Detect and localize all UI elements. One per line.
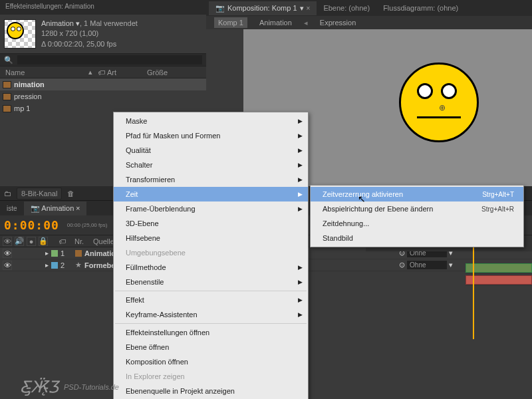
crumb-expression[interactable]: Expression: [316, 17, 360, 28]
playhead[interactable]: [473, 234, 474, 339]
solo-icon[interactable]: ●: [27, 237, 36, 246]
bit-depth[interactable]: 8-Bit-Kanal: [17, 188, 62, 200]
col-size: Größe: [147, 68, 168, 76]
ctx-umgebungsebene: Umgebungsebene: [114, 245, 308, 260]
timecode[interactable]: 0:00:00: [4, 218, 59, 232]
audio-icon[interactable]: 🔊: [15, 237, 24, 246]
ctx-transformieren[interactable]: Transformieren▶: [114, 172, 308, 187]
ctx-effekt[interactable]: Effekt▶: [114, 293, 308, 307]
breadcrumb: Komp 1 Animation ◂ Expression: [206, 16, 532, 29]
asset-name: Animation ▾: [41, 19, 80, 27]
smiley-eye-left: [417, 83, 433, 99]
ctx-fuellmethode[interactable]: Füllmethode▶: [114, 260, 308, 275]
sub-standbild[interactable]: Standbild: [311, 231, 523, 245]
col-type: Art: [107, 68, 147, 76]
ctx-explorer: In Explorer zeigen: [114, 369, 308, 384]
butterfly-icon: Ƹ̵̡Ӝ̵̨̄Ʒ: [20, 378, 59, 396]
smiley-mouth: [417, 116, 461, 118]
track-bar-2[interactable]: [466, 275, 532, 285]
close-icon[interactable]: ×: [307, 5, 311, 12]
search-row: 🔍: [0, 53, 206, 66]
ctx-hilfsebene[interactable]: Hilfsebene: [114, 231, 308, 245]
ctx-maske[interactable]: Maske▶: [114, 114, 308, 128]
asset-thumbnail: [4, 19, 36, 49]
visibility-icon[interactable]: 👁: [3, 237, 12, 246]
asset-row[interactable]: Animation ▾, 1 Mal verwendet 1280 x 720 …: [0, 15, 206, 53]
shortcut: Strg+Alt+T: [482, 191, 514, 198]
column-headers: Name ▴ 🏷 Art Größe: [0, 66, 206, 78]
close-icon[interactable]: ×: [76, 204, 80, 212]
track-bar-1[interactable]: [466, 263, 532, 273]
tab-composition[interactable]: 📷Komposition: Komp 1▾×: [209, 1, 317, 15]
anchor-icon: ⊕: [439, 103, 446, 112]
col-nr: Nr.: [74, 237, 90, 245]
ctx-ebenenstile[interactable]: Ebenenstile▶: [114, 275, 308, 289]
separator: [115, 291, 307, 291]
context-menu: Maske▶ Pfad für Masken und Formen▶ Quali…: [113, 112, 309, 399]
context-submenu-zeit: Zeitverzerrung aktivierenStrg+Alt+T Absp…: [310, 185, 524, 247]
ctx-effekteinst-oeffnen[interactable]: Effekteinstellungen öffnen: [114, 325, 308, 340]
smiley-face: ⊕: [399, 63, 479, 142]
ctx-qualitaet[interactable]: Qualität▶: [114, 143, 308, 158]
ctx-keyframe-assist[interactable]: Keyframe-Assistenten▶: [114, 307, 308, 322]
watermark: Ƹ̵̡Ӝ̵̨̄Ʒ PSD-Tutorials.de: [20, 378, 119, 396]
list-item-animation[interactable]: nimation: [0, 78, 206, 90]
effect-settings-header: Effekteinstellungen: Animation: [0, 0, 206, 15]
ctx-zeit[interactable]: Zeit▶: [114, 187, 308, 201]
parent-select[interactable]: Ohne: [407, 261, 447, 269]
sub-abspielrichtung[interactable]: Abspielrichtung der Ebene ändernStrg+Alt…: [311, 201, 523, 216]
ctx-ebenenquelle[interactable]: Ebenenquelle in Projekt anzeigen: [114, 384, 308, 398]
col-label-icon: 🏷: [59, 237, 72, 245]
tab-animation[interactable]: 📷 Animation ×: [24, 201, 87, 215]
sub-zeitdehnung[interactable]: Zeitdehnung...: [311, 216, 523, 231]
timecode-sub: 00:00 (25,00 fps): [67, 222, 107, 228]
tab-fluss[interactable]: Flussdiagramm: (ohne): [376, 1, 465, 15]
list-item-expression[interactable]: pression: [0, 90, 206, 102]
asset-duration: Δ 0:00:02:20, 25,00 fps: [41, 39, 138, 49]
crumb-animation[interactable]: Animation: [255, 17, 296, 28]
ctx-frame-ueberblendung[interactable]: Frame-Überblendung▶: [114, 201, 308, 216]
separator: [115, 323, 307, 324]
ctx-3d-ebene[interactable]: 3D-Ebene: [114, 216, 308, 231]
col-name: Name: [5, 68, 88, 76]
crumb-komp1[interactable]: Komp 1: [214, 17, 247, 28]
asset-resolution: 1280 x 720 (1,00): [41, 29, 138, 39]
ctx-pfad[interactable]: Pfad für Masken und Formen▶: [114, 128, 308, 143]
ctx-schalter[interactable]: Schalter▶: [114, 158, 308, 172]
viewer-tabs: 📷Komposition: Komp 1▾× Ebene: (ohne) Flu…: [206, 0, 532, 16]
search-input[interactable]: [17, 55, 202, 65]
bin-icon[interactable]: 🗀: [4, 190, 11, 198]
lock-icon[interactable]: 🔒: [39, 237, 48, 246]
ctx-komposition-oeffnen[interactable]: Komposition öffnen: [114, 354, 308, 369]
chevron-right-icon: ▶: [298, 118, 303, 124]
asset-info: Animation ▾, 1 Mal verwendet 1280 x 720 …: [41, 19, 138, 49]
tab-liste[interactable]: iste: [0, 202, 24, 215]
smiley-eye-right: [441, 83, 457, 99]
trash-icon[interactable]: 🗑: [67, 190, 74, 198]
ctx-ebene-oeffnen[interactable]: Ebene öffnen: [114, 340, 308, 354]
sub-zeitverzerrung[interactable]: Zeitverzerrung aktivierenStrg+Alt+T: [311, 187, 523, 201]
search-icon[interactable]: 🔍: [4, 56, 13, 65]
tab-ebene[interactable]: Ebene: (ohne): [317, 1, 376, 15]
